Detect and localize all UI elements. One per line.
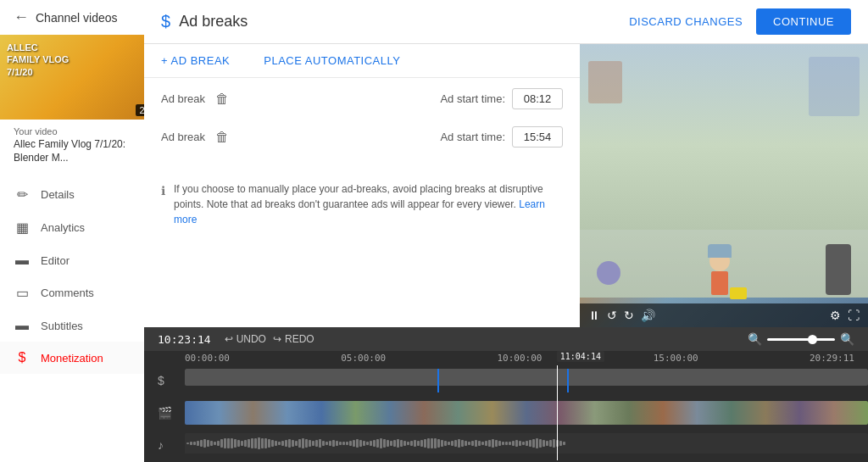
- back-arrow-icon: ←: [14, 8, 29, 26]
- zoom-in-icon[interactable]: 🔍: [840, 332, 854, 346]
- adult-body: [826, 244, 851, 295]
- break-row-1: Ad break 🗑 Ad start time:: [161, 88, 563, 109]
- ad-marker-1: [437, 369, 439, 392]
- redo-button[interactable]: ↪ REDO: [273, 333, 314, 345]
- ad-track-icon: $: [158, 374, 164, 387]
- left-panel: + AD BREAK PLACE AUTOMATICALLY Ad break …: [144, 44, 580, 327]
- comments-icon: ▭: [14, 285, 31, 301]
- sidebar-item-label: Monetization: [41, 352, 103, 365]
- child-hat: [708, 244, 732, 258]
- toy-stuffed: [597, 261, 620, 285]
- delete-break-1-icon[interactable]: 🗑: [215, 92, 229, 107]
- place-automatically-button[interactable]: PLACE AUTOMATICALLY: [264, 54, 400, 67]
- rewind-icon[interactable]: ↺: [607, 309, 617, 322]
- zoom-out-icon[interactable]: 🔍: [748, 332, 762, 346]
- modal-title-area: $ Ad breaks: [161, 12, 248, 31]
- timeline-tracks: $ 🎬 ♪: [144, 365, 868, 460]
- ruler-mark-4: 20:29:11: [810, 353, 854, 364]
- info-text: If you choose to manually place your ad-…: [174, 181, 563, 227]
- undo-button[interactable]: ↩ UNDO: [225, 333, 266, 345]
- delete-break-2-icon[interactable]: 🗑: [215, 130, 229, 145]
- audio-track-row: ♪: [185, 430, 868, 460]
- timeline-toolbar: 10:23:14 ↩ UNDO ↪ REDO 🔍 🔍: [144, 327, 868, 351]
- fullscreen-icon[interactable]: ⛶: [848, 309, 860, 322]
- break-label-area-1: Ad break 🗑: [161, 92, 229, 107]
- ruler-mark-1: 05:00:00: [341, 353, 386, 364]
- ad-start-time-label-1: Ad start time:: [440, 92, 505, 105]
- current-time-display: 10:23:14: [158, 333, 211, 346]
- undo-redo-area: ↩ UNDO ↪ REDO: [225, 333, 314, 345]
- video-preview: ⏸ ↺ ↻ 🔊 ⚙ ⛶: [580, 44, 868, 327]
- zoom-handle[interactable]: [808, 335, 817, 344]
- ad-start-time-label-2: Ad start time:: [440, 131, 505, 143]
- sidebar-item-label: Analytics: [41, 221, 85, 234]
- video-controls: ⏸ ↺ ↻ 🔊 ⚙ ⛶: [580, 303, 868, 327]
- audio-track-content[interactable]: [185, 433, 868, 457]
- child-toy: [730, 287, 747, 299]
- zoom-slider[interactable]: [767, 338, 835, 341]
- back-label: Channel videos: [36, 11, 118, 25]
- timeline-section: 10:23:14 ↩ UNDO ↪ REDO 🔍 🔍: [144, 327, 868, 462]
- break-row-2: Ad break 🗑 Ad start time:: [161, 126, 563, 148]
- playback-controls: ⏸ ↺ ↻ 🔊: [588, 309, 655, 322]
- audio-track-icon: ♪: [158, 438, 164, 452]
- break-time-area-1: Ad start time:: [440, 88, 563, 109]
- ruler-mark-0: 00:00:00: [185, 353, 230, 364]
- sidebar-item-label: Comments: [41, 287, 94, 299]
- ad-breaks-modal: $ Ad breaks DISCARD CHANGES CONTINUE + A…: [144, 0, 868, 462]
- volume-icon[interactable]: 🔊: [641, 309, 655, 322]
- modal-actions: DISCARD CHANGES CONTINUE: [629, 8, 851, 35]
- subtitles-icon: ▬: [14, 318, 31, 333]
- playhead-tooltip: 11:04:14: [557, 351, 604, 362]
- pause-icon[interactable]: ⏸: [588, 309, 600, 322]
- ruler-mark-3: 15:00:00: [654, 353, 698, 364]
- sidebar-item-label: Details: [41, 188, 75, 201]
- break-time-input-1[interactable]: [512, 88, 563, 109]
- audio-wave: [185, 433, 868, 454]
- ad-marker-2: [567, 369, 569, 392]
- modal-header: $ Ad breaks DISCARD CHANGES CONTINUE: [144, 0, 868, 44]
- zoom-area: 🔍 🔍: [748, 332, 854, 346]
- break-label-1: Ad break: [161, 92, 205, 105]
- ad-track-row: $: [185, 365, 868, 396]
- break-label-area-2: Ad break 🗑: [161, 130, 229, 145]
- video-preview-panel: ⏸ ↺ ↻ 🔊 ⚙ ⛶: [580, 44, 868, 327]
- playhead-line: [557, 365, 558, 460]
- sidebar-item-label: Editor: [41, 254, 70, 267]
- child-body: [711, 271, 728, 295]
- video-track-row: 🎬: [185, 398, 868, 428]
- video-track-content[interactable]: [185, 401, 868, 425]
- break-label-2: Ad break: [161, 131, 205, 143]
- monetization-icon: $: [14, 350, 31, 365]
- background-item-2: [588, 61, 622, 103]
- video-track-icon: 🎬: [158, 406, 172, 420]
- thumb-title: ALLEC FAMILY VLOG 7/1/20: [7, 42, 69, 78]
- settings-icon[interactable]: ⚙: [830, 309, 841, 322]
- audio-track-bar: [185, 433, 868, 454]
- forward-icon[interactable]: ↻: [624, 309, 634, 322]
- break-time-input-2[interactable]: [512, 126, 563, 148]
- analytics-icon: ▦: [14, 220, 31, 236]
- modal-title: Ad breaks: [179, 13, 248, 31]
- continue-button[interactable]: CONTINUE: [756, 8, 851, 35]
- sidebar-item-label: Subtitles: [41, 320, 83, 332]
- ad-track-bar: [185, 369, 868, 386]
- undo-icon: ↩: [225, 333, 233, 345]
- adult-figure: [826, 244, 851, 295]
- ruler-mark-2: 10:00:00: [498, 353, 542, 364]
- settings-controls: ⚙ ⛶: [830, 309, 860, 322]
- editor-icon: ▬: [14, 253, 31, 268]
- video-frame: [580, 44, 868, 327]
- info-box: ℹ If you choose to manually place your a…: [161, 181, 563, 227]
- details-icon: ✏: [14, 186, 31, 203]
- ad-breaks-toolbar: + AD BREAK PLACE AUTOMATICALLY: [144, 44, 580, 78]
- breaks-list: Ad break 🗑 Ad start time: Ad break 🗑: [144, 78, 580, 175]
- add-break-button[interactable]: + AD BREAK: [161, 54, 230, 67]
- break-time-area-2: Ad start time:: [440, 126, 563, 148]
- child-head: [709, 251, 730, 271]
- modal-body: + AD BREAK PLACE AUTOMATICALLY Ad break …: [144, 44, 868, 327]
- redo-icon: ↪: [273, 333, 281, 345]
- dollar-icon: $: [161, 12, 170, 31]
- ad-track-content[interactable]: [185, 369, 868, 392]
- discard-changes-button[interactable]: DISCARD CHANGES: [629, 15, 743, 28]
